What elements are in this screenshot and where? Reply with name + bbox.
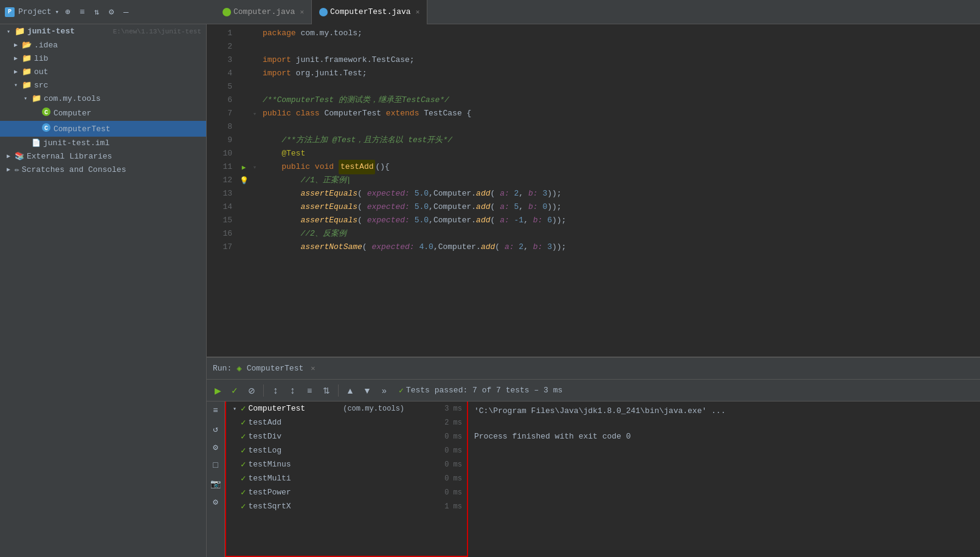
console-output[interactable]: 'C:\Program Files\Java\jdk1.8.0_241\bin\…: [468, 402, 980, 557]
code-line-5: [259, 80, 980, 94]
minimize-icon[interactable]: —: [121, 7, 131, 17]
fold-2: [250, 40, 259, 53]
kw-extends: extends: [386, 107, 419, 120]
param-b-1: b:: [528, 187, 538, 200]
gutter-run-11[interactable]: ▶: [237, 160, 250, 174]
test-time-testdiv: 0 ms: [438, 432, 462, 441]
test-item-testadd[interactable]: ✓ testAdd 2 ms: [226, 415, 467, 429]
code-line-12: //1、正案例|: [259, 174, 980, 187]
tab-close-computertest[interactable]: ✕: [416, 8, 420, 16]
add-icon[interactable]: ⊕: [63, 7, 72, 17]
settings-icon[interactable]: ⚙: [106, 7, 116, 17]
code-lines[interactable]: package com.my.tools; import junit.frame…: [259, 24, 980, 357]
run-left-icon-4[interactable]: □: [209, 459, 223, 472]
sort-alpha-button[interactable]: ↕: [268, 383, 283, 398]
sidebar-item-external-libs[interactable]: ▶ 📚 External Libraries: [0, 149, 206, 163]
gutter-8: [237, 120, 250, 134]
test-check-testadd: ✓: [241, 417, 246, 428]
fold-16: [250, 227, 259, 241]
iml-icon: 📄: [32, 138, 41, 148]
line-num-14: 14: [207, 200, 232, 214]
gutter-4: [237, 67, 250, 80]
test-item-testsqrtx[interactable]: ✓ testSqrtX 1 ms: [226, 499, 467, 513]
list-icon[interactable]: ≡: [77, 7, 87, 17]
sidebar-item-com-my-tools[interactable]: ▾ 📁 com.my.tools: [0, 92, 206, 105]
more-button[interactable]: »: [377, 383, 392, 398]
sort-dur-button[interactable]: ↕: [285, 383, 300, 398]
chevron-right-ext: ▶: [5, 152, 12, 160]
param-expected-3: expected:: [367, 214, 410, 227]
run-left-icon-3[interactable]: ⚙: [209, 440, 223, 454]
fold-7[interactable]: ▿: [250, 107, 259, 120]
gutter-17: [237, 241, 250, 254]
test-time-testadd: 2 ms: [438, 419, 462, 427]
sidebar-item-src[interactable]: ▾ 📁 src: [0, 78, 206, 92]
sidebar-label-scratches: Scratches and Consoles: [22, 165, 201, 174]
sidebar-label-ext: External Libraries: [27, 152, 201, 161]
test-item-computertest[interactable]: ▾ ✓ ComputerTest (com.my.tools) 3 ms: [226, 402, 467, 415]
gutter-6: [237, 94, 250, 107]
arrows-button[interactable]: ⇅: [319, 383, 334, 398]
sidebar-item-idea[interactable]: ▶ 📂 .idea: [0, 38, 206, 52]
tab-computer-java[interactable]: Computer.java ✕: [215, 0, 312, 24]
folder-icon: 📁: [15, 26, 25, 36]
run-play-button[interactable]: ▶: [210, 383, 225, 398]
code-line-4: import org.junit.Test;: [259, 67, 980, 80]
test-item-testpower[interactable]: ✓ testPower 0 ms: [226, 485, 467, 499]
keyword-import2: import: [263, 67, 291, 80]
java-icon-computertest: C: [41, 123, 51, 135]
toolbar-divider-2: [338, 384, 339, 397]
fn-add-3: add: [476, 214, 490, 227]
sidebar: ▾ 📁 junit-test E:\new\1.13\junit-test ▶ …: [0, 24, 207, 557]
run-panel-close[interactable]: ✕: [311, 364, 315, 373]
next-button[interactable]: ▼: [360, 383, 374, 398]
run-stop-button[interactable]: ⊘: [244, 383, 259, 398]
filter-button[interactable]: ≡: [302, 383, 317, 398]
project-dropdown-icon[interactable]: ▾: [55, 8, 60, 16]
test-status-text: Tests passed: 7 of 7 tests – 3 ms: [406, 386, 562, 395]
fold-10: [250, 147, 259, 160]
fold-5: [250, 80, 259, 94]
run-left-icon-5[interactable]: 📷: [209, 477, 223, 490]
sidebar-item-lib[interactable]: ▶ 📁 lib: [0, 52, 206, 65]
tab-close-computer[interactable]: ✕: [300, 8, 304, 16]
test-item-testlog[interactable]: ✓ testLog 0 ms: [226, 443, 467, 457]
code-line-3: import junit.framework.TestCase;: [259, 53, 980, 67]
sidebar-item-out[interactable]: ▶ 📁 out: [0, 65, 206, 78]
chevron-right-icon-lib: ▶: [12, 55, 19, 62]
folder-icon-idea: 📂: [22, 40, 32, 50]
line-num-9: 9: [207, 134, 232, 147]
test-item-testmulti[interactable]: ✓ testMulti 0 ms: [226, 471, 467, 485]
sidebar-label-computertest: ComputerTest: [53, 125, 201, 134]
run-label: Run:: [213, 364, 232, 373]
gutter-bulb-12[interactable]: 💡: [237, 174, 250, 187]
test-item-testminus[interactable]: ✓ testMinus 0 ms: [226, 457, 467, 471]
test-item-testdiv[interactable]: ✓ testDiv 0 ms: [226, 429, 467, 443]
run-left-icon-2[interactable]: ↺: [209, 422, 223, 436]
test-name-computertest: ComputerTest: [248, 404, 340, 413]
run-left-icon-6[interactable]: ⚙: [209, 495, 223, 508]
tab-label-computer: Computer.java: [233, 7, 295, 16]
gutter-3: [237, 53, 250, 67]
folder-icon-out: 📁: [22, 67, 32, 77]
gutter-15: [237, 214, 250, 227]
project-icon: P: [5, 7, 15, 17]
prev-button[interactable]: ▲: [343, 383, 357, 398]
tab-icon-green: [223, 8, 231, 16]
run-panel-icon: ◈: [236, 363, 241, 374]
param-a-4: a:: [505, 241, 514, 254]
sidebar-item-computertest[interactable]: ▶ C ComputerTest: [0, 121, 206, 137]
code-line-2: [259, 40, 980, 53]
sort-icon[interactable]: ⇅: [92, 7, 102, 17]
comment-12: //1、正案例|: [300, 174, 351, 187]
run-left-icon-1[interactable]: ≡: [209, 404, 223, 417]
fold-11[interactable]: ▿: [250, 160, 259, 174]
project-label[interactable]: Project: [18, 7, 52, 16]
sidebar-item-junit-test[interactable]: ▾ 📁 junit-test E:\new\1.13\junit-test: [0, 24, 206, 38]
sidebar-item-computer[interactable]: ▶ C Computer: [0, 105, 206, 121]
sidebar-item-iml[interactable]: ▶ 📄 junit-test.iml: [0, 137, 206, 149]
run-check-button[interactable]: ✓: [227, 383, 242, 398]
tab-computertest-java[interactable]: ComputerTest.java ✕: [312, 0, 427, 24]
sidebar-item-scratches[interactable]: ▶ ✏️ Scratches and Consoles: [0, 163, 206, 176]
param-b-4: b:: [533, 241, 543, 254]
